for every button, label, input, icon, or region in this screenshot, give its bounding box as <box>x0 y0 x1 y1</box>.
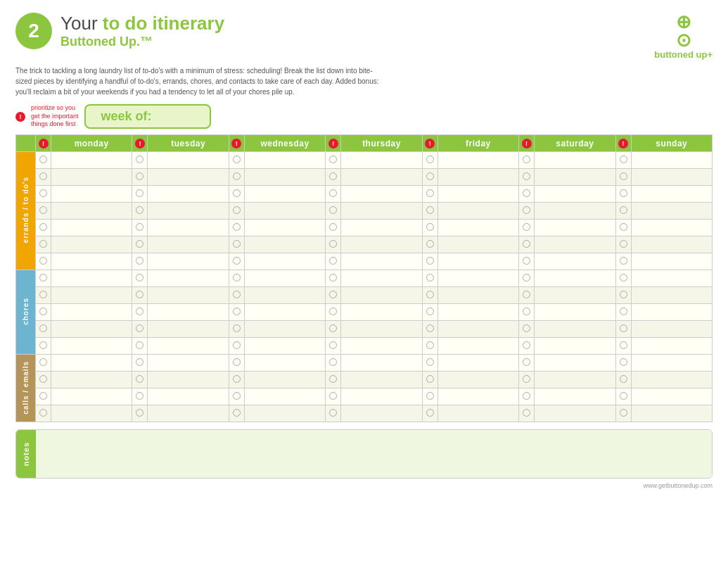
data-cell[interactable] <box>148 152 229 169</box>
priority-cell[interactable] <box>615 186 631 203</box>
data-cell[interactable] <box>148 321 229 338</box>
data-cell[interactable] <box>631 270 712 287</box>
data-cell[interactable] <box>535 152 615 169</box>
data-cell[interactable] <box>631 287 712 304</box>
priority-cell[interactable] <box>326 203 341 220</box>
data-cell[interactable] <box>535 253 615 270</box>
data-cell[interactable] <box>244 236 325 253</box>
priority-cell[interactable] <box>422 338 438 355</box>
data-cell[interactable] <box>535 304 615 321</box>
priority-cell[interactable] <box>229 388 244 405</box>
priority-cell[interactable] <box>132 236 148 253</box>
data-cell[interactable] <box>148 186 229 203</box>
priority-cell[interactable] <box>229 372 244 388</box>
data-cell[interactable] <box>341 253 422 270</box>
priority-cell[interactable] <box>519 169 535 186</box>
data-cell[interactable] <box>244 152 325 169</box>
data-cell[interactable] <box>51 186 132 203</box>
priority-cell[interactable] <box>615 270 631 287</box>
data-cell[interactable] <box>438 287 518 304</box>
data-cell[interactable] <box>438 338 518 355</box>
priority-cell[interactable] <box>36 236 51 253</box>
priority-cell[interactable] <box>519 253 535 270</box>
data-cell[interactable] <box>341 405 422 422</box>
priority-cell[interactable] <box>519 355 535 372</box>
data-cell[interactable] <box>631 304 712 321</box>
data-cell[interactable] <box>148 388 229 405</box>
priority-cell[interactable] <box>615 321 631 338</box>
priority-cell[interactable] <box>229 169 244 186</box>
priority-cell[interactable] <box>615 287 631 304</box>
data-cell[interactable] <box>631 186 712 203</box>
data-cell[interactable] <box>51 372 132 388</box>
data-cell[interactable] <box>244 355 325 372</box>
data-cell[interactable] <box>438 220 518 236</box>
priority-cell[interactable] <box>132 388 148 405</box>
priority-cell[interactable] <box>615 169 631 186</box>
priority-cell[interactable] <box>36 388 51 405</box>
data-cell[interactable] <box>341 388 422 405</box>
priority-cell[interactable] <box>422 355 438 372</box>
priority-cell[interactable] <box>519 236 535 253</box>
priority-cell[interactable] <box>229 236 244 253</box>
priority-cell[interactable] <box>132 203 148 220</box>
data-cell[interactable] <box>244 220 325 236</box>
priority-cell[interactable] <box>422 169 438 186</box>
data-cell[interactable] <box>341 304 422 321</box>
priority-cell[interactable] <box>519 287 535 304</box>
priority-cell[interactable] <box>326 372 341 388</box>
data-cell[interactable] <box>535 270 615 287</box>
data-cell[interactable] <box>535 287 615 304</box>
data-cell[interactable] <box>438 372 518 388</box>
data-cell[interactable] <box>341 287 422 304</box>
priority-cell[interactable] <box>519 152 535 169</box>
priority-cell[interactable] <box>615 203 631 220</box>
priority-cell[interactable] <box>422 321 438 338</box>
data-cell[interactable] <box>51 203 132 220</box>
priority-cell[interactable] <box>36 270 51 287</box>
data-cell[interactable] <box>341 220 422 236</box>
data-cell[interactable] <box>535 220 615 236</box>
priority-cell[interactable] <box>519 372 535 388</box>
data-cell[interactable] <box>535 388 615 405</box>
data-cell[interactable] <box>148 203 229 220</box>
data-cell[interactable] <box>148 355 229 372</box>
data-cell[interactable] <box>438 186 518 203</box>
data-cell[interactable] <box>631 220 712 236</box>
priority-cell[interactable] <box>229 287 244 304</box>
priority-cell[interactable] <box>519 388 535 405</box>
data-cell[interactable] <box>51 270 132 287</box>
priority-cell[interactable] <box>422 405 438 422</box>
priority-cell[interactable] <box>519 186 535 203</box>
data-cell[interactable] <box>51 355 132 372</box>
data-cell[interactable] <box>535 203 615 220</box>
data-cell[interactable] <box>244 169 325 186</box>
data-cell[interactable] <box>535 372 615 388</box>
priority-cell[interactable] <box>36 220 51 236</box>
data-cell[interactable] <box>438 355 518 372</box>
data-cell[interactable] <box>535 169 615 186</box>
data-cell[interactable] <box>438 169 518 186</box>
data-cell[interactable] <box>631 355 712 372</box>
data-cell[interactable] <box>148 304 229 321</box>
data-cell[interactable] <box>341 169 422 186</box>
priority-cell[interactable] <box>422 203 438 220</box>
priority-cell[interactable] <box>422 152 438 169</box>
priority-cell[interactable] <box>519 405 535 422</box>
priority-cell[interactable] <box>326 355 341 372</box>
priority-cell[interactable] <box>422 388 438 405</box>
data-cell[interactable] <box>631 405 712 422</box>
priority-cell[interactable] <box>519 203 535 220</box>
priority-cell[interactable] <box>132 220 148 236</box>
priority-cell[interactable] <box>36 338 51 355</box>
data-cell[interactable] <box>51 304 132 321</box>
data-cell[interactable] <box>535 405 615 422</box>
data-cell[interactable] <box>51 287 132 304</box>
data-cell[interactable] <box>631 169 712 186</box>
data-cell[interactable] <box>535 321 615 338</box>
data-cell[interactable] <box>244 304 325 321</box>
priority-cell[interactable] <box>422 186 438 203</box>
data-cell[interactable] <box>148 220 229 236</box>
priority-cell[interactable] <box>132 321 148 338</box>
priority-cell[interactable] <box>229 253 244 270</box>
